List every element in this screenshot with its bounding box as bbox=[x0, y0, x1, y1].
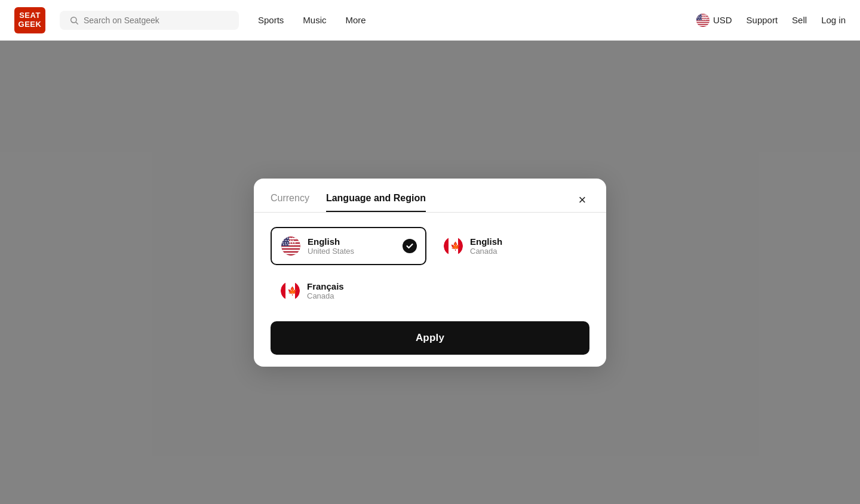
svg-rect-35 bbox=[281, 281, 285, 300]
lang-text-en-us: English United States bbox=[308, 236, 354, 256]
modal: Currency Language and Region × bbox=[254, 179, 606, 367]
svg-text:★★★★★: ★★★★★ bbox=[698, 18, 707, 20]
lang-option-en-ca[interactable]: 🍁 English Canada bbox=[434, 227, 589, 265]
currency-label: USD bbox=[713, 15, 732, 25]
tab-language[interactable]: Language and Region bbox=[326, 193, 426, 212]
lang-name-en-ca: English bbox=[470, 236, 502, 247]
lang-name-en-us: English bbox=[308, 236, 354, 247]
lang-name-fr-ca: Français bbox=[307, 281, 344, 291]
search-icon bbox=[69, 16, 79, 25]
support-link[interactable]: Support bbox=[747, 15, 778, 25]
svg-rect-20 bbox=[281, 247, 300, 248]
svg-point-0 bbox=[71, 17, 76, 22]
svg-rect-22 bbox=[281, 253, 300, 254]
nav-sports[interactable]: Sports bbox=[258, 15, 284, 25]
svg-text:★★★★★: ★★★★★ bbox=[282, 244, 294, 246]
modal-header: Currency Language and Region × bbox=[254, 179, 606, 212]
navbar: SEAT GEEK Sports Music More bbox=[0, 0, 860, 41]
ca-flag-circle-fr: 🍁 bbox=[281, 281, 300, 300]
nav-music[interactable]: Music bbox=[303, 15, 326, 25]
language-grid: ★★★★★★ ★★★★★ ★★★★★★ ★★★★★ English United… bbox=[271, 227, 589, 309]
search-input[interactable] bbox=[84, 16, 215, 25]
svg-rect-9 bbox=[696, 24, 710, 26]
nav-right: ★★★★★★ ★★★★★ ★★★★★★ ★★★★★ USD Support Se… bbox=[696, 14, 846, 27]
lang-option-fr-ca[interactable]: 🍁 Français Canada bbox=[271, 272, 426, 309]
lang-text-en-ca: English Canada bbox=[470, 236, 502, 256]
logo[interactable]: SEAT GEEK bbox=[14, 7, 45, 33]
logo-line1: SEAT bbox=[19, 11, 41, 20]
checkmark-icon bbox=[403, 239, 417, 253]
svg-text:🍁: 🍁 bbox=[450, 241, 461, 251]
svg-text:🍁: 🍁 bbox=[287, 286, 298, 296]
search-bar[interactable] bbox=[60, 11, 239, 30]
lang-option-en-us[interactable]: ★★★★★★ ★★★★★ ★★★★★★ ★★★★★ English United… bbox=[271, 227, 426, 265]
nav-more[interactable]: More bbox=[346, 15, 366, 25]
close-button[interactable]: × bbox=[573, 190, 592, 210]
currency-button[interactable]: ★★★★★★ ★★★★★ ★★★★★★ ★★★★★ USD bbox=[696, 14, 732, 27]
lang-text-fr-ca: Français Canada bbox=[307, 281, 344, 300]
lang-region-fr-ca: Canada bbox=[307, 291, 344, 300]
lang-region-en-us: United States bbox=[308, 247, 354, 256]
nav-links: Sports Music More bbox=[258, 15, 366, 25]
ca-flag-circle-en: 🍁 bbox=[444, 236, 463, 256]
logo-line2: GEEK bbox=[19, 20, 42, 29]
usd-flag-icon: ★★★★★★ ★★★★★ ★★★★★★ ★★★★★ bbox=[696, 14, 710, 27]
svg-rect-8 bbox=[696, 23, 710, 24]
sell-link[interactable]: Sell bbox=[792, 15, 807, 25]
us-flag-circle: ★★★★★★ ★★★★★ ★★★★★★ ★★★★★ bbox=[281, 236, 300, 256]
apply-button[interactable]: Apply bbox=[271, 321, 589, 355]
lang-region-en-ca: Canada bbox=[470, 247, 502, 256]
modal-overlay: Currency Language and Region × bbox=[0, 41, 860, 504]
login-link[interactable]: Log in bbox=[821, 15, 846, 25]
modal-body: ★★★★★★ ★★★★★ ★★★★★★ ★★★★★ English United… bbox=[254, 213, 606, 367]
svg-line-1 bbox=[76, 22, 78, 24]
svg-rect-21 bbox=[281, 250, 300, 251]
svg-rect-7 bbox=[696, 20, 710, 21]
svg-rect-30 bbox=[444, 236, 449, 256]
tab-currency[interactable]: Currency bbox=[271, 193, 309, 212]
